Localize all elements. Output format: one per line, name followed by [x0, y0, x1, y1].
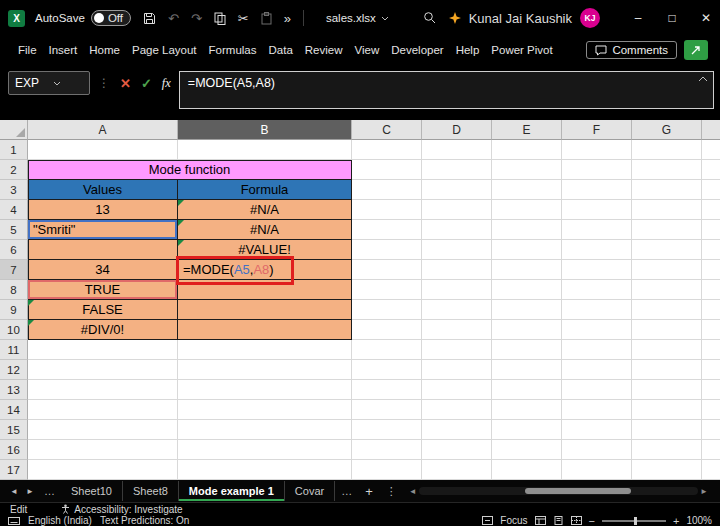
cell-D16[interactable]	[422, 440, 492, 460]
row-header-15[interactable]: 15	[0, 420, 28, 440]
search-icon[interactable]	[423, 11, 437, 25]
select-all-corner[interactable]	[0, 120, 28, 140]
name-box[interactable]: EXP	[8, 71, 90, 95]
column-header-B[interactable]: B	[178, 120, 352, 140]
row-header-6[interactable]: 6	[0, 240, 28, 260]
row-header-14[interactable]: 14	[0, 400, 28, 420]
row-header-11[interactable]: 11	[0, 340, 28, 360]
scroll-right-arrow[interactable]: ►	[698, 487, 710, 496]
row-header-1[interactable]: 1	[0, 140, 28, 160]
cell-C16[interactable]	[352, 440, 422, 460]
cell-D10[interactable]	[422, 320, 492, 340]
cell-F1[interactable]	[562, 140, 632, 160]
cell-A12[interactable]	[28, 360, 178, 380]
cell-E15[interactable]	[492, 420, 562, 440]
cell-D17[interactable]	[422, 460, 492, 480]
row-header-3[interactable]: 3	[0, 180, 28, 200]
cancel-button[interactable]: ✕	[120, 76, 131, 91]
row-header-16[interactable]: 16	[0, 440, 28, 460]
cell-B12[interactable]	[178, 360, 352, 380]
formula-bar-collapse-button[interactable]	[698, 76, 708, 82]
cell-E11[interactable]	[492, 340, 562, 360]
row-header-12[interactable]: 12	[0, 360, 28, 380]
cell-A6[interactable]	[28, 240, 178, 260]
cell-C17[interactable]	[352, 460, 422, 480]
cell-C9[interactable]	[352, 300, 422, 320]
cell-G8[interactable]	[632, 280, 702, 300]
menu-tab-file[interactable]: File	[12, 36, 43, 64]
cell-G14[interactable]	[632, 400, 702, 420]
cell-G16[interactable]	[632, 440, 702, 460]
cell-E3[interactable]	[492, 180, 562, 200]
column-header-G[interactable]: G	[632, 120, 702, 140]
cell-G4[interactable]	[632, 200, 702, 220]
cell-E2[interactable]	[492, 160, 562, 180]
excel-app-icon[interactable]: X	[8, 10, 25, 27]
redo-icon[interactable]: ↷	[191, 11, 202, 26]
row-header-17[interactable]: 17	[0, 460, 28, 480]
cell-G11[interactable]	[632, 340, 702, 360]
sheet-list-ellipsis[interactable]: …	[38, 485, 61, 497]
text-predictions-indicator[interactable]: Text Predictions: On	[100, 515, 189, 526]
menu-tab-view[interactable]: View	[349, 36, 386, 64]
insert-function-button[interactable]: fx	[162, 76, 171, 91]
row-header-2[interactable]: 2	[0, 160, 28, 180]
enter-button[interactable]: ✓	[141, 76, 152, 91]
cell-E9[interactable]	[492, 300, 562, 320]
page-break-view-icon[interactable]	[571, 516, 582, 525]
cell-F6[interactable]	[562, 240, 632, 260]
cell-F4[interactable]	[562, 200, 632, 220]
column-header-E[interactable]: E	[492, 120, 562, 140]
cell-G12[interactable]	[632, 360, 702, 380]
cell-F9[interactable]	[562, 300, 632, 320]
cell-E16[interactable]	[492, 440, 562, 460]
comments-button[interactable]: Comments	[586, 41, 677, 59]
cell-D3[interactable]	[422, 180, 492, 200]
account-name[interactable]: Kunal Jai Kaushik	[469, 11, 572, 26]
cell-E4[interactable]	[492, 200, 562, 220]
cell-G7[interactable]	[632, 260, 702, 280]
row-header-7[interactable]: 7	[0, 260, 28, 280]
cell-D9[interactable]	[422, 300, 492, 320]
sheet-tab-mode-example-1[interactable]: Mode example 1	[179, 481, 285, 501]
prev-sheet-arrow[interactable]: ◄	[6, 487, 22, 496]
language-indicator[interactable]: English (India)	[28, 515, 92, 526]
cell-C13[interactable]	[352, 380, 422, 400]
undo-icon[interactable]: ↶	[168, 11, 179, 26]
cell-B7[interactable]: =MODE(A5,A8)	[178, 260, 352, 280]
column-header-F[interactable]: F	[562, 120, 632, 140]
cell-D8[interactable]	[422, 280, 492, 300]
cell-E7[interactable]	[492, 260, 562, 280]
row-header-8[interactable]: 8	[0, 280, 28, 300]
paste-icon[interactable]	[261, 12, 272, 25]
cell-E12[interactable]	[492, 360, 562, 380]
sheet-tab-sheet10[interactable]: Sheet10	[61, 481, 123, 501]
cell-E14[interactable]	[492, 400, 562, 420]
row-header-9[interactable]: 9	[0, 300, 28, 320]
column-header-A[interactable]: A	[28, 120, 178, 140]
cell-C1[interactable]	[352, 140, 422, 160]
cell-C2[interactable]	[352, 160, 422, 180]
cell-B10[interactable]	[178, 320, 352, 340]
menu-tab-data[interactable]: Data	[263, 36, 299, 64]
cell-B5[interactable]: #N/A	[178, 220, 352, 240]
cell-F16[interactable]	[562, 440, 632, 460]
column-header-C[interactable]: C	[352, 120, 422, 140]
maximize-button[interactable]: □	[658, 11, 686, 25]
next-sheet-arrow[interactable]: ►	[22, 487, 38, 496]
cell-F14[interactable]	[562, 400, 632, 420]
cell-D1[interactable]	[422, 140, 492, 160]
cell-E1[interactable]	[492, 140, 562, 160]
avatar[interactable]: KJ	[580, 8, 600, 28]
cell-B3[interactable]: Formula	[178, 180, 352, 200]
autosave-toggle[interactable]: Off	[91, 10, 131, 26]
menu-tab-page-layout[interactable]: Page Layout	[126, 36, 203, 64]
cell-D5[interactable]	[422, 220, 492, 240]
cell-B6[interactable]: #VALUE!	[178, 240, 352, 260]
share-button[interactable]	[684, 40, 708, 60]
cell-A17[interactable]	[28, 460, 178, 480]
cell-G2[interactable]	[632, 160, 702, 180]
cell-F12[interactable]	[562, 360, 632, 380]
cell-A1[interactable]	[28, 140, 178, 160]
menu-tab-home[interactable]: Home	[83, 36, 126, 64]
